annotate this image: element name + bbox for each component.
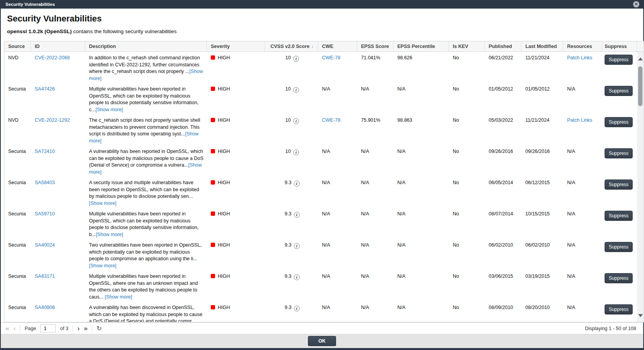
cell-cvss-score: 10i <box>265 146 318 177</box>
info-icon[interactable]: i <box>294 243 300 249</box>
show-more-link[interactable]: [Show more] <box>89 201 116 206</box>
table-row: Secunia SA40024 Two vulnerabilities have… <box>4 239 637 270</box>
cvss-value: 9.3 <box>285 180 291 185</box>
cvss-value: 10 <box>285 86 291 92</box>
info-icon[interactable]: i <box>294 306 300 311</box>
cell-published: 09/26/2016 <box>485 146 521 177</box>
column-header-cwe[interactable]: CWE <box>318 41 357 52</box>
cell-resources: N/A <box>563 208 602 239</box>
vulnerability-id-link[interactable]: SA40024 <box>35 242 55 248</box>
resources-link: N/A <box>567 86 575 92</box>
cell-epss-percentile: 98.626 <box>393 52 449 83</box>
cell-published: 01/05/2012 <box>485 83 521 114</box>
cell-description: Multiple vulnerabilities have been repor… <box>85 270 207 302</box>
show-more-link[interactable]: [Show more] <box>96 232 123 237</box>
info-icon[interactable]: i <box>293 87 299 93</box>
info-icon[interactable]: i <box>294 274 300 280</box>
next-page-button[interactable]: › <box>77 325 80 332</box>
first-page-button[interactable]: « <box>5 325 9 332</box>
description-text: A security issue and multiple vulnerabil… <box>89 180 199 199</box>
vulnerability-id-link[interactable]: SA63171 <box>35 274 55 279</box>
column-header-suppress[interactable]: Suppress <box>602 41 637 52</box>
cell-cwe: N/A <box>318 270 357 302</box>
column-header-iskev[interactable]: Is KEV <box>449 41 485 52</box>
suppress-button[interactable]: Suppress <box>605 148 633 158</box>
column-header-resources[interactable]: Resources <box>563 41 602 52</box>
last-page-button[interactable]: » <box>84 325 87 332</box>
cell-description: Multiple vulnerabilities have been repor… <box>85 208 207 239</box>
cvss-value: 9.3 <box>285 242 291 248</box>
prev-page-button[interactable]: ‹ <box>13 325 16 332</box>
cwe-link: N/A <box>322 305 330 310</box>
show-more-link[interactable]: [Show more] <box>89 263 116 268</box>
show-more-link[interactable]: [Show more] <box>105 294 132 300</box>
close-icon[interactable]: ✕ <box>633 1 639 7</box>
column-header-published[interactable]: Published <box>485 41 521 52</box>
column-header-id[interactable]: ID <box>31 41 85 52</box>
cell-published: 08/09/2010 <box>485 302 521 322</box>
vertical-scrollbar[interactable] <box>637 52 644 322</box>
info-icon[interactable]: i <box>293 149 299 155</box>
suppress-button[interactable]: Suppress <box>605 242 633 252</box>
info-icon[interactable]: i <box>293 118 299 124</box>
scroll-up-icon[interactable] <box>638 57 643 60</box>
info-icon[interactable]: i <box>294 181 300 187</box>
resources-link[interactable]: Patch Links <box>567 117 592 123</box>
column-header-severity[interactable]: Severity <box>207 41 265 52</box>
severity-label: HIGH <box>218 305 230 310</box>
suppress-button[interactable]: Suppress <box>605 304 633 314</box>
table-row: Secunia SA63171 Multiple vulnerabilities… <box>4 270 637 302</box>
cell-epss-percentile: N/A <box>393 146 449 177</box>
scroll-down-icon[interactable] <box>638 314 643 317</box>
suppress-button[interactable]: Suppress <box>605 86 633 96</box>
column-header-cvss[interactable]: CVSS v2.0 Score↓ <box>265 41 318 52</box>
vulnerability-id-link[interactable]: SA72410 <box>35 149 55 154</box>
suppress-button[interactable]: Suppress <box>605 211 633 221</box>
grid-viewport: NVD CVE-2022-2068 In addition to the c_r… <box>4 52 644 322</box>
cell-epss-score: N/A <box>357 146 393 177</box>
refresh-icon[interactable]: ↻ <box>96 325 101 332</box>
info-icon[interactable]: i <box>293 56 299 62</box>
cwe-link[interactable]: CWE-78 <box>322 55 340 60</box>
cell-resources: N/A <box>563 302 602 322</box>
cell-id: SA40906 <box>31 302 85 322</box>
cell-cvss-score: 9.3i <box>265 208 318 239</box>
page-number-input[interactable] <box>40 324 56 332</box>
vulnerability-id-link[interactable]: SA47426 <box>35 86 55 92</box>
resources-link: N/A <box>567 242 575 248</box>
cell-description: The c_rehash script does not properly sa… <box>85 114 207 146</box>
cell-description: A vulnerability has been reported in Ope… <box>85 146 207 177</box>
vulnerability-id-link[interactable]: CVE-2022-1292 <box>35 117 70 123</box>
cell-id: SA59710 <box>31 208 85 239</box>
cell-severity: HIGH <box>207 239 265 270</box>
displaying-status: Displaying 1 - 50 of 108 <box>585 326 636 331</box>
vulnerability-id-link[interactable]: SA59710 <box>35 211 55 217</box>
cvss-value: 10 <box>285 149 291 154</box>
suppress-button[interactable]: Suppress <box>605 273 633 283</box>
cell-id: SA40024 <box>31 239 85 270</box>
ok-button[interactable]: OK <box>308 336 336 346</box>
vulnerability-id-link[interactable]: CVE-2022-2068 <box>35 55 70 60</box>
cell-resources: Patch Links <box>563 114 602 146</box>
vulnerability-id-link[interactable]: SA40906 <box>35 305 55 310</box>
cvss-value: 10 <box>285 55 291 60</box>
column-header-source[interactable]: Source <box>4 41 31 52</box>
suppress-button[interactable]: Suppress <box>605 179 633 190</box>
cwe-link[interactable]: CWE-78 <box>322 117 340 123</box>
scrollbar-thumb[interactable] <box>638 66 642 106</box>
vulnerability-id-link[interactable]: SA58403 <box>35 180 55 185</box>
suppress-button[interactable]: Suppress <box>605 55 633 65</box>
cell-resources: Patch Links <box>563 52 602 83</box>
cell-cwe: N/A <box>318 208 357 239</box>
suppress-button[interactable]: Suppress <box>605 117 633 127</box>
column-header-description[interactable]: Description <box>85 41 207 52</box>
cell-source: Secunia <box>4 177 31 208</box>
column-header-epss-pct[interactable]: EPSS Percentile <box>393 41 449 52</box>
column-header-modified[interactable]: Last Modified <box>521 41 563 52</box>
column-header-epss-score[interactable]: EPSS Score <box>357 41 393 52</box>
show-more-link[interactable]: [Show more] <box>96 107 123 112</box>
resources-link[interactable]: Patch Links <box>567 55 592 60</box>
component-name: openssl 1.0.2k (OpenSSL) <box>7 28 72 34</box>
cell-description: Multiple vulnerabilities have been repor… <box>85 83 207 114</box>
info-icon[interactable]: i <box>294 212 300 218</box>
